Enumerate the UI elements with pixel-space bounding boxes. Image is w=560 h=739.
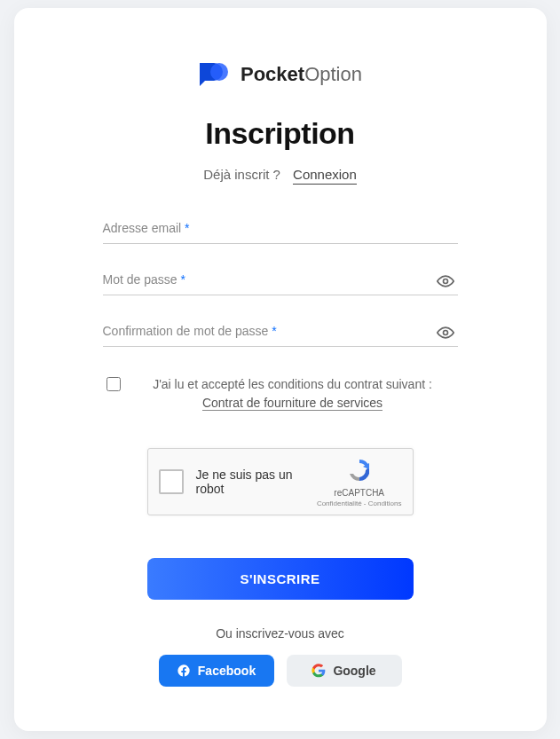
recaptcha-label: Je ne suis pas un robot (196, 468, 317, 496)
google-icon (312, 664, 326, 678)
consent-checkbox[interactable] (106, 377, 121, 391)
logo-icon (198, 61, 232, 88)
password-field-wrap: Mot de passe * (103, 272, 458, 295)
svg-point-1 (443, 279, 447, 284)
recaptcha-brand: reCAPTCHA Confidentialité - Conditions (317, 456, 402, 507)
confirm-field-wrap: Confirmation de mot de passe * (103, 324, 458, 347)
facebook-icon (177, 664, 191, 678)
consent-row: J'ai lu et accepté les conditions du con… (103, 375, 458, 413)
eye-icon[interactable] (437, 272, 454, 294)
eye-icon[interactable] (437, 324, 454, 345)
submit-button[interactable]: S'INSCRIRE (147, 558, 414, 600)
email-field-wrap: Adresse email * (103, 221, 458, 244)
password-field[interactable] (103, 272, 458, 295)
email-field[interactable] (103, 221, 458, 244)
recaptcha-checkbox[interactable] (159, 469, 184, 494)
already-registered: Déjà inscrit ? Connexion (103, 167, 458, 182)
social-row: Facebook Google (103, 655, 458, 687)
brand-logo: PocketOption (103, 61, 458, 88)
signup-card: PocketOption Inscription Déjà inscrit ? … (14, 8, 547, 731)
consent-text: J'ai lu et accepté les conditions du con… (131, 375, 454, 413)
facebook-button[interactable]: Facebook (159, 655, 274, 687)
recaptcha-icon (345, 456, 374, 484)
or-divider: Ou inscrivez-vous avec (103, 626, 458, 641)
already-text: Déjà inscrit ? (203, 167, 280, 182)
page-title: Inscription (103, 116, 458, 151)
google-button[interactable]: Google (287, 655, 402, 687)
svg-point-2 (443, 331, 447, 335)
confirm-password-field[interactable] (103, 324, 458, 347)
brand-name: PocketOption (241, 63, 362, 86)
contract-link[interactable]: Contrat de fourniture de services (202, 396, 383, 411)
login-link[interactable]: Connexion (293, 167, 357, 185)
recaptcha-widget[interactable]: Je ne suis pas un robot reCAPTCHA Confid… (147, 448, 414, 515)
svg-point-0 (210, 63, 228, 81)
